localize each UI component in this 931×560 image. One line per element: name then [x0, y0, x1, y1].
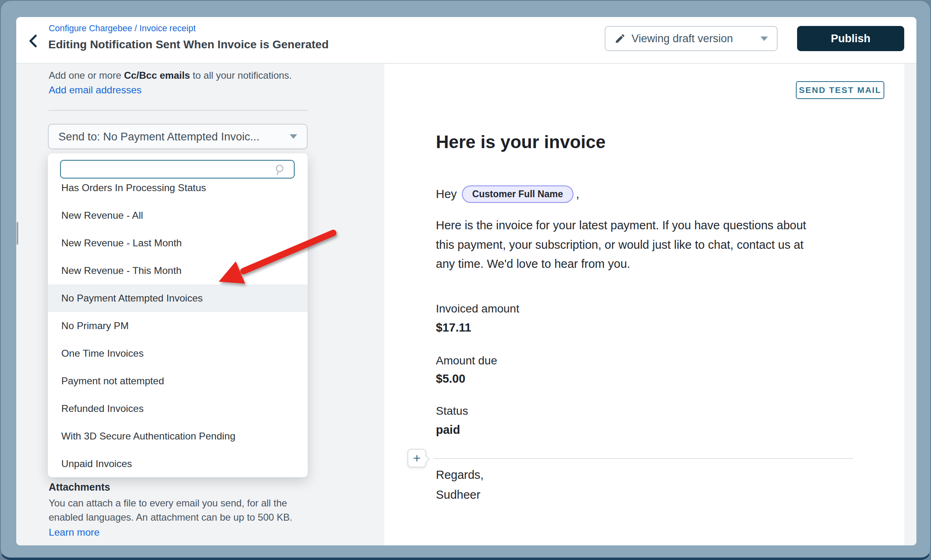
dropdown-item[interactable]: New Revenue - Last Month [48, 229, 308, 257]
dropdown-item-selected[interactable]: No Payment Attempted Invoices [48, 284, 308, 312]
dropdown-item[interactable]: One Time Invoices [48, 340, 308, 367]
breadcrumb[interactable]: Configure Chargebee / Invoice receipt [49, 24, 196, 34]
email-body: Here is the invoice for your latest paym… [436, 216, 806, 274]
chevron-left-icon [26, 33, 41, 49]
cc-note-bold: Cc/Bcc emails [124, 70, 190, 81]
email-body-line: any time. We'd love to hear from you. [436, 254, 806, 274]
version-selector[interactable]: Viewing draft version [605, 26, 778, 51]
app-window: Configure Chargebee / Invoice receipt Ed… [16, 17, 916, 545]
email-divider [433, 458, 853, 459]
header-bar: Configure Chargebee / Invoice receipt Ed… [16, 17, 916, 64]
field-label: Amount due [436, 354, 497, 367]
cc-note-prefix: Add one or more [49, 70, 124, 81]
field-value: $5.00 [436, 372, 466, 386]
dropdown-item[interactable]: New Revenue - All [48, 202, 308, 229]
add-block-button[interactable]: + [407, 449, 426, 467]
chevron-down-icon [290, 134, 297, 139]
dropdown-item[interactable]: With 3D Secure Authentication Pending [48, 422, 308, 450]
chevron-down-icon [761, 37, 768, 41]
email-heading: Here is your invoice [436, 132, 606, 152]
send-test-mail-button[interactable]: SEND TEST MAIL [796, 81, 884, 99]
signature-line: Regards, [436, 468, 484, 482]
left-scrollbar-thumb[interactable] [17, 222, 18, 245]
signature-line: Sudheer [436, 488, 481, 502]
email-greeting: Hey Customer Full Name , [436, 184, 579, 204]
email-body-line: this payment, your subscription, or woul… [436, 235, 806, 255]
back-button[interactable] [26, 33, 41, 49]
dropdown-list: Has Orders In Processing Status New Reve… [48, 174, 308, 477]
greeting-suffix: , [576, 187, 579, 201]
divider [49, 110, 308, 111]
dropdown-item[interactable]: No Primary PM [48, 312, 308, 340]
dropdown-item[interactable]: Unpaid Invoices [48, 450, 308, 477]
merge-tag-pill[interactable]: Customer Full Name [462, 185, 574, 203]
attachments-description: enabled languages. An attachment can be … [49, 512, 292, 523]
screenshot-frame: Configure Chargebee / Invoice receipt Ed… [0, 0, 931, 560]
scroll-gutter[interactable] [904, 64, 916, 545]
attachments-title: Attachments [49, 481, 110, 493]
send-to-dropdown: Has Orders In Processing Status New Reve… [48, 153, 308, 477]
dropdown-item[interactable]: Has Orders In Processing Status [48, 174, 308, 202]
dropdown-item[interactable]: New Revenue - This Month [48, 257, 308, 284]
email-body-line: Here is the invoice for your latest paym… [436, 216, 806, 235]
field-label: Status [436, 405, 468, 418]
greeting-prefix: Hey [436, 187, 457, 201]
pencil-icon [614, 33, 626, 44]
send-to-select[interactable]: Send to: No Payment Attempted Invoic... [48, 124, 308, 149]
field-value: paid [436, 423, 460, 437]
send-to-value: Send to: No Payment Attempted Invoic... [58, 130, 259, 143]
learn-more-link[interactable]: Learn more [49, 527, 99, 538]
cc-bcc-note: Add one or more Cc/Bcc emails to all you… [49, 70, 292, 81]
dropdown-item[interactable]: Refunded Invoices [48, 395, 308, 422]
page-title: Editing Notification Sent When Invoice i… [48, 38, 329, 51]
field-value: $17.11 [436, 321, 471, 334]
publish-button[interactable]: Publish [797, 26, 904, 51]
version-label: Viewing draft version [631, 32, 733, 45]
attachments-description: You can attach a file to every email you… [49, 498, 287, 509]
field-label: Invoiced amount [436, 302, 519, 315]
dropdown-item[interactable]: Payment not attempted [48, 367, 308, 395]
add-email-addresses-link[interactable]: Add email addresses [49, 84, 142, 96]
cc-note-suffix: to all your notifications. [190, 70, 292, 81]
